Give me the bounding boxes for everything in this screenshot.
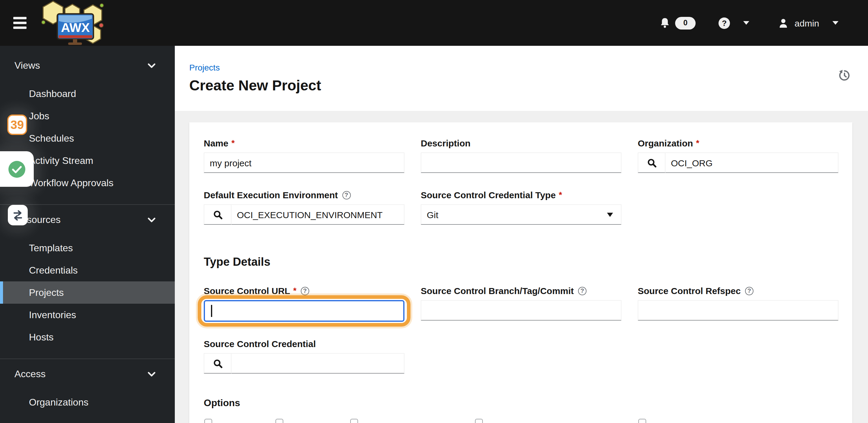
swap-arrows-icon — [11, 209, 24, 222]
sidebar-item-organizations[interactable]: Organizations — [0, 391, 175, 413]
options-checkbox-row — [204, 414, 838, 423]
help-icon[interactable]: ? — [301, 287, 309, 295]
scm-url-label: Source Control URL * ? — [204, 284, 404, 297]
menu-icon — [13, 27, 27, 29]
label-text: Source Control Credential — [204, 339, 316, 349]
organization-search-button[interactable] — [638, 153, 665, 173]
sidebar-nav: Views Dashboard Jobs Schedules Activity … — [0, 46, 175, 423]
help-icon[interactable]: ? — [578, 287, 587, 295]
field-scm-branch: Source Control Branch/Tag/Commit ? — [421, 284, 621, 322]
field-description: Description — [421, 137, 621, 173]
awx-logo-graphic: AWX — [38, 1, 106, 45]
nav-group-resources-items: Templates Credentials Projects Inventori… — [0, 237, 175, 348]
scm-credential-search-button[interactable] — [204, 353, 231, 373]
text-cursor — [211, 305, 212, 317]
field-scm-credential: Source Control Credential — [204, 337, 404, 373]
menu-icon — [13, 22, 27, 24]
awx-app: AWX 0 ? admin Views — [0, 0, 868, 423]
scm-refspec-label: Source Control Refspec ? — [638, 284, 838, 297]
selected-value: Git — [427, 209, 438, 220]
search-icon — [213, 210, 222, 219]
awx-logo[interactable]: AWX — [38, 1, 106, 45]
option-checkbox-2[interactable] — [276, 419, 283, 423]
label-text: Source Control URL — [204, 286, 290, 296]
help-icon[interactable]: ? — [745, 287, 753, 295]
description-input[interactable] — [421, 153, 621, 173]
scm-url-focused-wrap — [204, 300, 404, 322]
bell-icon[interactable] — [660, 18, 670, 28]
required-asterisk: * — [293, 285, 297, 295]
awx-logo-text: AWX — [61, 21, 90, 35]
execution-environment-lookup — [204, 204, 404, 225]
breadcrumb-link-projects[interactable]: Projects — [189, 63, 220, 72]
option-checkbox-5[interactable] — [638, 419, 646, 423]
sidebar-divider — [0, 359, 175, 359]
default-execution-environment-label: Default Execution Environment ? — [204, 189, 404, 201]
annotation-success-card — [0, 151, 34, 187]
search-icon — [213, 359, 222, 368]
sidebar-item-dashboard[interactable]: Dashboard — [0, 83, 175, 105]
breadcrumb: Projects — [189, 62, 868, 73]
history-icon — [838, 69, 851, 82]
required-asterisk: * — [231, 138, 235, 147]
label-text: Organization — [638, 138, 693, 148]
option-checkbox-3[interactable] — [350, 419, 358, 423]
options-section-title: Options — [204, 396, 838, 409]
chevron-down-icon — [148, 217, 156, 223]
page-header: Projects Create New Project — [175, 46, 868, 111]
user-icon[interactable] — [778, 18, 788, 28]
name-label: Name * — [204, 137, 404, 150]
sidebar-item-credentials[interactable]: Credentials — [0, 259, 175, 282]
annotation-swap-card — [8, 205, 28, 225]
chevron-down-icon[interactable] — [832, 21, 838, 28]
description-label: Description — [421, 137, 621, 150]
form-row-3: Source Control URL * ? Source Control Br… — [204, 284, 838, 322]
nav-group-views[interactable]: Views — [0, 55, 175, 76]
search-icon — [647, 158, 656, 167]
required-asterisk: * — [696, 138, 699, 147]
sidebar-item-inventories[interactable]: Inventories — [0, 304, 175, 326]
organization-label: Organization * — [638, 137, 838, 150]
label-text: Source Control Credential Type — [421, 190, 556, 200]
label-text: Description — [421, 138, 470, 148]
annotation-count-badge: 39 — [7, 115, 27, 135]
scm-refspec-input[interactable] — [638, 300, 838, 321]
organization-input[interactable] — [665, 153, 838, 173]
field-organization: Organization * — [638, 137, 838, 173]
form-row-2-spacer — [638, 189, 838, 225]
field-default-execution-environment: Default Execution Environment ? — [204, 189, 404, 225]
required-asterisk: * — [559, 190, 562, 199]
field-scm-credential-type: Source Control Credential Type * Git — [421, 189, 621, 225]
scm-branch-input[interactable] — [421, 300, 621, 321]
scm-credential-label: Source Control Credential — [204, 337, 404, 350]
menu-icon — [13, 17, 27, 19]
scm-credential-input[interactable] — [231, 353, 404, 373]
sidebar-item-hosts[interactable]: Hosts — [0, 326, 175, 348]
option-checkbox-1[interactable] — [204, 419, 212, 423]
scm-credential-type-select[interactable]: Git — [421, 204, 621, 225]
sidebar-item-templates[interactable]: Templates — [0, 237, 175, 259]
option-checkbox-4[interactable] — [475, 419, 483, 423]
help-icon[interactable]: ? — [718, 17, 730, 29]
execution-environment-input[interactable] — [231, 204, 404, 225]
label-text: Source Control Branch/Tag/Commit — [421, 286, 574, 296]
label-text: Source Control Refspec — [638, 286, 741, 296]
name-input[interactable] — [204, 153, 404, 173]
scm-url-input[interactable] — [204, 300, 404, 322]
field-scm-refspec: Source Control Refspec ? — [638, 284, 838, 322]
notification-count-badge[interactable]: 0 — [675, 17, 695, 29]
history-button[interactable] — [838, 69, 851, 84]
form-row-4: Source Control Credential — [204, 337, 838, 373]
chevron-down-icon[interactable] — [743, 21, 749, 28]
scm-credential-type-label: Source Control Credential Type * — [421, 189, 621, 201]
execution-environment-search-button[interactable] — [204, 204, 231, 225]
check-circle-icon — [8, 160, 26, 178]
username-label[interactable]: admin — [795, 18, 819, 28]
nav-group-access[interactable]: Access — [0, 363, 175, 385]
label-text: Default Execution Environment — [204, 190, 338, 200]
nav-toggle-button[interactable] — [13, 17, 27, 29]
nav-group-label: Access — [14, 369, 45, 380]
help-icon[interactable]: ? — [342, 191, 350, 199]
form-row-1: Name * Description Organization * — [204, 137, 838, 173]
sidebar-item-projects[interactable]: Projects — [0, 282, 175, 304]
